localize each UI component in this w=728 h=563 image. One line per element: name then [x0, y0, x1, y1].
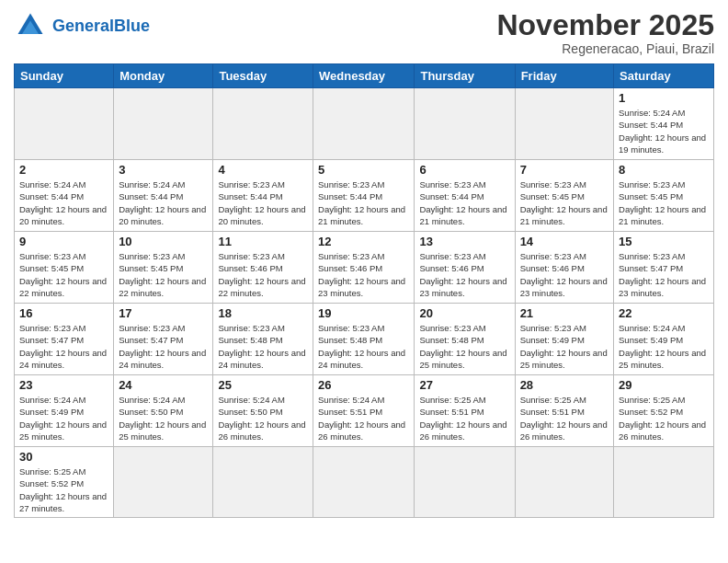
- logo: GeneralBlue: [14, 9, 150, 42]
- empty-cell: [213, 447, 313, 518]
- day-28: 28 Sunrise: 5:25 AMSunset: 5:51 PMDaylig…: [515, 375, 613, 447]
- day-25: 25 Sunrise: 5:24 AMSunset: 5:50 PMDaylig…: [213, 375, 313, 447]
- empty-cell: [213, 88, 313, 160]
- empty-cell: [313, 88, 415, 160]
- empty-cell: [515, 88, 613, 160]
- day-12: 12 Sunrise: 5:23 AMSunset: 5:46 PMDaylig…: [313, 232, 415, 304]
- calendar-table: Sunday Monday Tuesday Wednesday Thursday…: [14, 63, 714, 518]
- day-7: 7 Sunrise: 5:23 AMSunset: 5:45 PMDayligh…: [515, 160, 613, 232]
- day-4: 4 Sunrise: 5:23 AMSunset: 5:44 PMDayligh…: [213, 160, 313, 232]
- day-26: 26 Sunrise: 5:24 AMSunset: 5:51 PMDaylig…: [313, 375, 415, 447]
- day-5: 5 Sunrise: 5:23 AMSunset: 5:44 PMDayligh…: [313, 160, 415, 232]
- title-block: November 2025 Regeneracao, Piaui, Brazil: [496, 9, 714, 56]
- weekday-header-row: Sunday Monday Tuesday Wednesday Thursday…: [15, 64, 714, 88]
- day-16: 16 Sunrise: 5:23 AMSunset: 5:47 PMDaylig…: [15, 304, 114, 375]
- day-22: 22 Sunrise: 5:24 AMSunset: 5:49 PMDaylig…: [614, 304, 714, 375]
- logo-general: General: [52, 17, 114, 35]
- empty-cell: [313, 447, 415, 518]
- day-15: 15 Sunrise: 5:23 AMSunset: 5:47 PMDaylig…: [614, 232, 714, 304]
- day-24: 24 Sunrise: 5:24 AMSunset: 5:50 PMDaylig…: [114, 375, 213, 447]
- month-title: November 2025: [496, 9, 714, 41]
- day-8: 8 Sunrise: 5:23 AMSunset: 5:45 PMDayligh…: [614, 160, 714, 232]
- header-thursday: Thursday: [415, 64, 515, 88]
- day-3: 3 Sunrise: 5:24 AMSunset: 5:44 PMDayligh…: [114, 160, 213, 232]
- day-18: 18 Sunrise: 5:23 AMSunset: 5:48 PMDaylig…: [213, 304, 313, 375]
- header-friday: Friday: [515, 64, 613, 88]
- header-saturday: Saturday: [614, 64, 714, 88]
- week-3: 9 Sunrise: 5:23 AMSunset: 5:45 PMDayligh…: [15, 232, 714, 304]
- day-21: 21 Sunrise: 5:23 AMSunset: 5:49 PMDaylig…: [515, 304, 613, 375]
- day-10: 10 Sunrise: 5:23 AMSunset: 5:45 PMDaylig…: [114, 232, 213, 304]
- week-6: 30 Sunrise: 5:25 AMSunset: 5:52 PMDaylig…: [15, 447, 714, 518]
- header: GeneralBlue November 2025 Regeneracao, P…: [14, 9, 714, 56]
- logo-text: GeneralBlue: [52, 17, 150, 34]
- header-sunday: Sunday: [15, 64, 114, 88]
- day-2: 2 Sunrise: 5:24 AMSunset: 5:44 PMDayligh…: [15, 160, 114, 232]
- day-23: 23 Sunrise: 5:24 AMSunset: 5:49 PMDaylig…: [15, 375, 114, 447]
- day-19: 19 Sunrise: 5:23 AMSunset: 5:48 PMDaylig…: [313, 304, 415, 375]
- day-20: 20 Sunrise: 5:23 AMSunset: 5:48 PMDaylig…: [415, 304, 515, 375]
- empty-cell: [114, 88, 213, 160]
- logo-icon: [14, 9, 47, 42]
- empty-cell: [415, 88, 515, 160]
- day-9: 9 Sunrise: 5:23 AMSunset: 5:45 PMDayligh…: [15, 232, 114, 304]
- header-tuesday: Tuesday: [213, 64, 313, 88]
- day-27: 27 Sunrise: 5:25 AMSunset: 5:51 PMDaylig…: [415, 375, 515, 447]
- header-wednesday: Wednesday: [313, 64, 415, 88]
- empty-cell: [515, 447, 613, 518]
- week-2: 2 Sunrise: 5:24 AMSunset: 5:44 PMDayligh…: [15, 160, 714, 232]
- day-13: 13 Sunrise: 5:23 AMSunset: 5:46 PMDaylig…: [415, 232, 515, 304]
- day-17: 17 Sunrise: 5:23 AMSunset: 5:47 PMDaylig…: [114, 304, 213, 375]
- empty-cell: [614, 447, 714, 518]
- empty-cell: [415, 447, 515, 518]
- day-29: 29 Sunrise: 5:25 AMSunset: 5:52 PMDaylig…: [614, 375, 714, 447]
- logo-blue: Blue: [114, 17, 150, 35]
- calendar-page: GeneralBlue November 2025 Regeneracao, P…: [0, 0, 728, 563]
- header-monday: Monday: [114, 64, 213, 88]
- day-14: 14 Sunrise: 5:23 AMSunset: 5:46 PMDaylig…: [515, 232, 613, 304]
- empty-cell: [15, 88, 114, 160]
- empty-cell: [114, 447, 213, 518]
- week-5: 23 Sunrise: 5:24 AMSunset: 5:49 PMDaylig…: [15, 375, 714, 447]
- day-11: 11 Sunrise: 5:23 AMSunset: 5:46 PMDaylig…: [213, 232, 313, 304]
- week-1: 1 Sunrise: 5:24 AMSunset: 5:44 PMDayligh…: [15, 88, 714, 160]
- day-30: 30 Sunrise: 5:25 AMSunset: 5:52 PMDaylig…: [15, 447, 114, 518]
- day-6: 6 Sunrise: 5:23 AMSunset: 5:44 PMDayligh…: [415, 160, 515, 232]
- day-1: 1 Sunrise: 5:24 AMSunset: 5:44 PMDayligh…: [614, 88, 714, 160]
- location-subtitle: Regeneracao, Piaui, Brazil: [496, 41, 714, 56]
- week-4: 16 Sunrise: 5:23 AMSunset: 5:47 PMDaylig…: [15, 304, 714, 375]
